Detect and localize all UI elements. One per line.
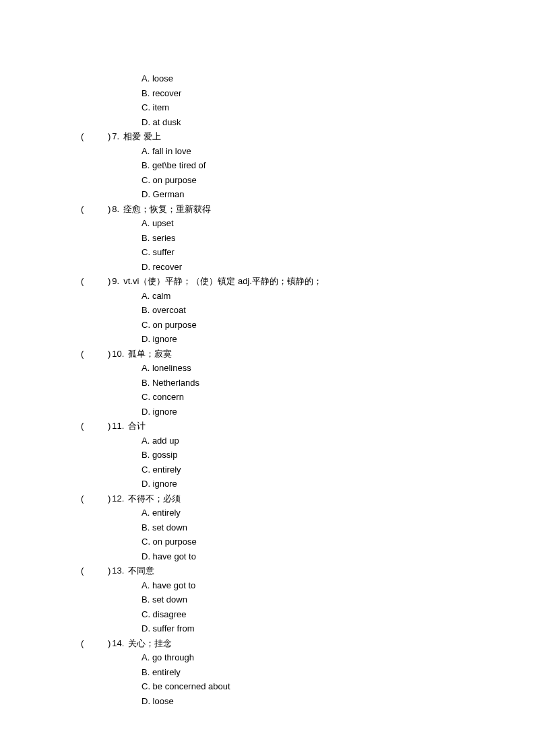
answer-blank-open[interactable]: ( — [81, 274, 108, 289]
answer-option: C. be concerned about — [81, 679, 535, 694]
answer-blank-close: ) — [108, 202, 111, 217]
question-number: 14. — [112, 636, 124, 651]
answer-blank-open[interactable]: ( — [81, 563, 108, 578]
question-prompt: 不得不；必须 — [128, 491, 181, 506]
answer-option: B. recover — [81, 86, 535, 101]
answer-option: D. ignore — [81, 332, 535, 347]
answer-option: A. upset — [81, 216, 535, 231]
answer-option: A. fall in love — [81, 144, 535, 159]
question-row: ( ) 12. 不得不；必须 — [81, 491, 535, 506]
answer-option: C. disagree — [81, 607, 535, 622]
document-content: A. loose B. recover C. item D. at dusk (… — [0, 0, 535, 708]
answer-blank-close: ) — [108, 636, 111, 651]
question-row: ( ) 8. 痊愈；恢复；重新获得 — [81, 202, 535, 217]
answer-option: A. add up — [81, 434, 535, 448]
question-row: ( ) 7. 相爱 爱上 — [81, 129, 535, 144]
answer-blank-close: ) — [108, 491, 111, 506]
answer-option: D. German — [81, 187, 535, 202]
answer-blank-close: ) — [108, 563, 111, 578]
answer-option: C. on purpose — [81, 173, 535, 188]
answer-option: C. on purpose — [81, 535, 535, 549]
answer-option: B. series — [81, 231, 535, 246]
answer-option: B. Netherlands — [81, 376, 535, 390]
answer-option: C. on purpose — [81, 318, 535, 333]
answer-option: B. entirely — [81, 665, 535, 680]
answer-option: D. at dusk — [81, 115, 535, 130]
question-row: ( ) 11. 合计 — [81, 419, 535, 434]
question-prompt: 合计 — [128, 419, 146, 434]
question-number: 8. — [112, 202, 119, 217]
answer-option: B. overcoat — [81, 303, 535, 318]
answer-blank-close: ) — [108, 129, 111, 144]
answer-option: C. concern — [81, 390, 535, 405]
question-number: 11. — [112, 419, 124, 434]
answer-blank-open[interactable]: ( — [81, 347, 108, 362]
question-prompt: 痊愈；恢复；重新获得 — [123, 202, 211, 217]
answer-option: A. calm — [81, 289, 535, 304]
answer-blank-open[interactable]: ( — [81, 419, 108, 434]
question-number: 10. — [112, 347, 124, 362]
question-row: ( ) 9. vt.vi（使）平静；（使）镇定 adj.平静的；镇静的； — [81, 274, 535, 289]
question-number: 9. — [112, 274, 119, 289]
answer-option: A. loneliness — [81, 361, 535, 376]
question-prompt: 关心；挂念 — [128, 636, 172, 651]
answer-option: C. suffer — [81, 245, 535, 260]
question-prompt: 孤单；寂寞 — [128, 347, 172, 362]
question-row: ( ) 13. 不同意 — [81, 563, 535, 578]
answer-option: A. loose — [81, 71, 535, 86]
answer-option: C. item — [81, 100, 535, 115]
answer-option: D. ignore — [81, 477, 535, 491]
answer-blank-open[interactable]: ( — [81, 491, 108, 506]
answer-option: A. go through — [81, 650, 535, 665]
answer-option: B. gossip — [81, 448, 535, 462]
answer-option: A. have got to — [81, 578, 535, 593]
answer-blank-close: ) — [108, 347, 111, 362]
question-prompt: 不同意 — [128, 563, 154, 578]
answer-option: D. have got to — [81, 549, 535, 564]
answer-option: A. entirely — [81, 506, 535, 520]
answer-blank-open[interactable]: ( — [81, 129, 108, 144]
answer-blank-open[interactable]: ( — [81, 202, 108, 217]
question-row: ( ) 10. 孤单；寂寞 — [81, 347, 535, 362]
question-number: 7. — [112, 129, 119, 144]
answer-option: B. set down — [81, 592, 535, 607]
answer-blank-open[interactable]: ( — [81, 636, 108, 651]
question-number: 12. — [112, 491, 124, 506]
answer-option: C. entirely — [81, 462, 535, 477]
answer-option: B. set down — [81, 520, 535, 535]
question-row: ( ) 14. 关心；挂念 — [81, 636, 535, 651]
answer-option: D. suffer from — [81, 621, 535, 636]
answer-blank-close: ) — [108, 274, 111, 289]
question-prompt: vt.vi（使）平静；（使）镇定 adj.平静的；镇静的； — [123, 274, 322, 289]
question-prompt: 相爱 爱上 — [123, 129, 161, 144]
answer-blank-close: ) — [108, 419, 111, 434]
question-number: 13. — [112, 563, 124, 578]
answer-option: D. loose — [81, 694, 535, 709]
answer-option: B. get\be tired of — [81, 158, 535, 173]
answer-option: D. recover — [81, 260, 535, 275]
answer-option: D. ignore — [81, 405, 535, 419]
